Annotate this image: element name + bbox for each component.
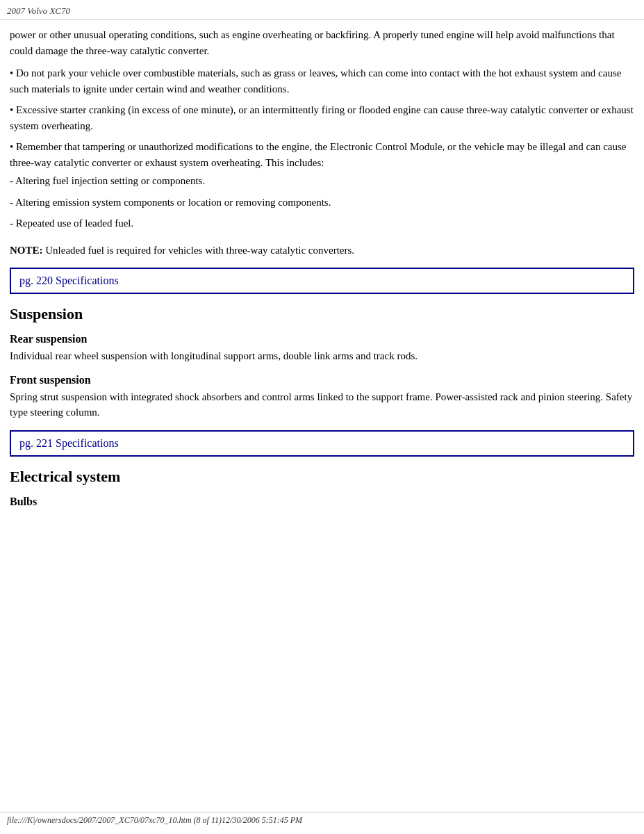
note-label: NOTE: (10, 245, 43, 256)
page-footer: file:///K|/ownersdocs/2007/2007_XC70/07x… (0, 812, 644, 828)
bullet-list: Do not park your vehicle over combustibl… (10, 65, 634, 231)
front-suspension-body: Spring strut suspension with integrated … (10, 389, 634, 420)
footer-text: file:///K|/ownersdocs/2007/2007_XC70/07x… (7, 815, 302, 825)
sub-list: Altering fuel injection setting or compo… (10, 173, 634, 231)
sub-item-3: Repeated use of leaded fuel. (10, 215, 634, 231)
spec-link-221[interactable]: pg. 221 Specifications (10, 430, 634, 457)
front-suspension-heading: Front suspension (10, 374, 634, 386)
bullet-item-2: Excessive starter cranking (in excess of… (10, 102, 634, 133)
electrical-system-heading: Electrical system (10, 468, 634, 486)
header-title: 2007 Volvo XC70 (7, 6, 70, 16)
intro-paragraph: power or other unusual operating conditi… (10, 27, 634, 58)
rear-suspension-heading: Rear suspension (10, 333, 634, 345)
sub-item-2: Altering emission system components or l… (10, 195, 634, 211)
rear-suspension-body: Individual rear wheel suspension with lo… (10, 348, 634, 364)
note-text: Unleaded fuel is required for vehicles w… (43, 245, 355, 256)
page-content: power or other unusual operating conditi… (0, 20, 644, 539)
bulbs-heading: Bulbs (10, 496, 634, 508)
bullet-item-3-text: Remember that tampering or unauthorized … (10, 141, 626, 168)
spec-link-220-text: pg. 220 Specifications (19, 275, 119, 286)
note-block: NOTE: Unleaded fuel is required for vehi… (10, 243, 634, 259)
bullet-item-1: Do not park your vehicle over combustibl… (10, 65, 634, 97)
spec-link-221-text: pg. 221 Specifications (19, 437, 119, 449)
spec-link-220[interactable]: pg. 220 Specifications (10, 268, 634, 294)
sub-item-1: Altering fuel injection setting or compo… (10, 173, 634, 189)
suspension-heading: Suspension (10, 305, 634, 323)
page-header: 2007 Volvo XC70 (0, 0, 644, 20)
bullet-item-3: Remember that tampering or unauthorized … (10, 139, 634, 231)
